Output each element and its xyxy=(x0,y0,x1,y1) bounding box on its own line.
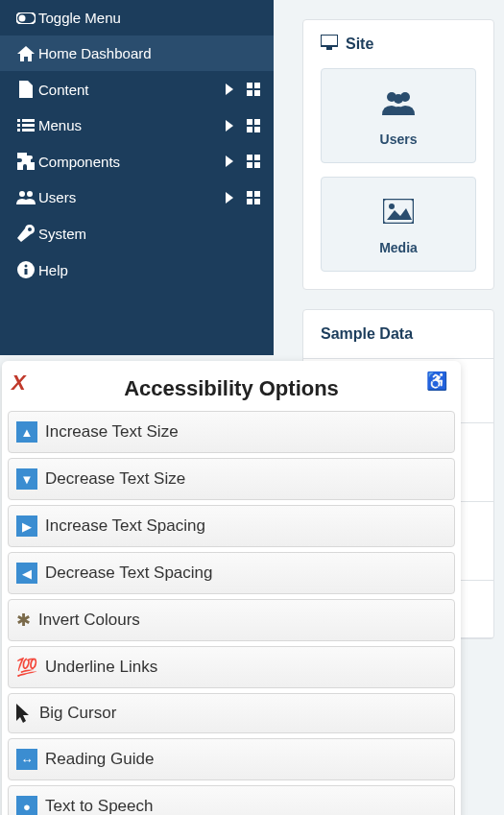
svg-rect-3 xyxy=(254,83,260,88)
a11y-text-to-speech[interactable]: ● Text to Speech xyxy=(8,785,455,815)
a11y-increase-text-spacing[interactable]: ▶ Increase Text Spacing xyxy=(8,505,455,547)
svg-rect-7 xyxy=(22,119,35,122)
card-label: Media xyxy=(379,240,418,255)
sidebar-item-label: Users xyxy=(38,189,226,205)
a11y-item-label: Reading Guide xyxy=(45,750,154,769)
svg-rect-16 xyxy=(247,155,252,160)
card-users[interactable]: Users xyxy=(321,68,476,163)
svg-rect-18 xyxy=(247,162,252,168)
toggle-icon xyxy=(13,12,38,24)
svg-rect-12 xyxy=(247,119,252,125)
underline-icon: 💯 xyxy=(16,657,37,678)
sidebar-item-menus[interactable]: Menus xyxy=(0,108,274,143)
left-arrow-icon: ◀ xyxy=(16,563,37,584)
down-arrow-icon: ▼ xyxy=(16,468,37,490)
a11y-reading-guide[interactable]: ↔ Reading Guide xyxy=(8,738,455,780)
svg-rect-24 xyxy=(247,199,252,204)
svg-rect-4 xyxy=(247,90,252,96)
users-icon xyxy=(380,90,417,122)
grid-icon[interactable] xyxy=(247,191,260,204)
grid-icon[interactable] xyxy=(247,119,260,132)
site-panel-title: Site xyxy=(346,36,373,53)
right-arrow-icon: ▶ xyxy=(16,515,37,537)
a11y-big-cursor[interactable]: Big Cursor xyxy=(8,693,455,733)
sidebar: Toggle Menu Home Dashboard Content Menus… xyxy=(0,0,274,355)
sidebar-item-label: Menus xyxy=(38,117,226,133)
svg-rect-30 xyxy=(326,47,332,50)
svg-rect-6 xyxy=(17,119,20,122)
svg-point-27 xyxy=(25,265,28,268)
svg-point-1 xyxy=(19,14,26,21)
grid-icon[interactable] xyxy=(247,83,260,96)
svg-rect-25 xyxy=(254,199,260,204)
up-arrow-icon: ▲ xyxy=(16,421,37,443)
sample-data-header: Sample Data xyxy=(303,310,493,359)
close-icon[interactable]: X xyxy=(12,371,26,396)
svg-point-21 xyxy=(27,191,33,197)
info-icon xyxy=(13,261,38,278)
a11y-decrease-text-spacing[interactable]: ◀ Decrease Text Spacing xyxy=(8,552,455,594)
sidebar-item-label: Content xyxy=(38,82,226,98)
site-panel: Site Users Media xyxy=(302,19,494,290)
card-label: Users xyxy=(380,132,418,147)
chevron-right-icon xyxy=(226,156,233,167)
svg-rect-22 xyxy=(247,191,252,197)
sidebar-item-label: System xyxy=(38,226,260,242)
grid-icon[interactable] xyxy=(247,155,260,168)
svg-rect-5 xyxy=(254,90,260,96)
home-icon xyxy=(13,46,38,61)
sidebar-item-users[interactable]: Users xyxy=(0,180,274,215)
a11y-invert-colours[interactable]: ✱ Invert Colours xyxy=(8,599,455,641)
reading-guide-icon: ↔ xyxy=(16,749,37,770)
svg-rect-2 xyxy=(247,83,252,88)
file-icon xyxy=(13,81,38,98)
sidebar-item-label: Help xyxy=(38,262,260,278)
svg-rect-11 xyxy=(22,129,35,132)
a11y-item-label: Decrease Text Spacing xyxy=(45,563,213,583)
sidebar-item-system[interactable]: System xyxy=(0,215,274,252)
site-panel-header: Site xyxy=(303,20,493,68)
a11y-underline-links[interactable]: 💯 Underline Links xyxy=(8,646,455,688)
svg-rect-10 xyxy=(17,129,20,132)
a11y-item-label: Increase Text Size xyxy=(45,422,179,442)
svg-rect-19 xyxy=(254,162,260,168)
svg-rect-14 xyxy=(247,127,252,132)
svg-rect-28 xyxy=(25,269,28,275)
svg-rect-13 xyxy=(254,119,260,125)
svg-rect-15 xyxy=(254,127,260,132)
a11y-item-label: Text to Speech xyxy=(45,797,153,815)
sidebar-item-label: Home Dashboard xyxy=(38,45,260,61)
svg-rect-9 xyxy=(22,124,35,127)
accessibility-panel: X ♿ Accessibility Options ▲ Increase Tex… xyxy=(2,361,461,815)
sidebar-item-components[interactable]: Components xyxy=(0,143,274,180)
a11y-item-label: Decrease Text Size xyxy=(45,469,185,489)
sidebar-item-content[interactable]: Content xyxy=(0,71,274,108)
sidebar-item-help[interactable]: Help xyxy=(0,252,274,288)
sidebar-item-home-dashboard[interactable]: Home Dashboard xyxy=(0,36,274,71)
card-media[interactable]: Media xyxy=(321,177,476,272)
chevron-right-icon xyxy=(226,192,233,204)
svg-rect-17 xyxy=(254,155,260,160)
svg-rect-29 xyxy=(321,35,338,46)
svg-rect-23 xyxy=(254,191,260,197)
a11y-item-label: Increase Text Spacing xyxy=(45,516,205,536)
wrench-icon xyxy=(13,225,38,242)
image-icon xyxy=(383,199,414,230)
sidebar-item-label: Toggle Menu xyxy=(38,10,260,26)
accessibility-header: X ♿ Accessibility Options xyxy=(8,367,455,411)
invert-icon: ✱ xyxy=(16,610,31,631)
a11y-decrease-text-size[interactable]: ▼ Decrease Text Size xyxy=(8,458,455,500)
a11y-item-label: Big Cursor xyxy=(39,704,116,723)
svg-rect-8 xyxy=(17,124,20,127)
list-icon xyxy=(13,119,38,132)
svg-rect-34 xyxy=(383,199,414,224)
svg-point-20 xyxy=(19,191,25,197)
a11y-increase-text-size[interactable]: ▲ Increase Text Size xyxy=(8,411,455,453)
a11y-item-label: Underline Links xyxy=(45,658,157,677)
monitor-icon xyxy=(321,35,338,54)
accessibility-icon: ♿ xyxy=(426,371,447,392)
svg-point-33 xyxy=(394,94,403,104)
chevron-right-icon xyxy=(226,84,233,95)
users-icon xyxy=(13,190,38,204)
sidebar-item-toggle-menu[interactable]: Toggle Menu xyxy=(0,0,274,36)
